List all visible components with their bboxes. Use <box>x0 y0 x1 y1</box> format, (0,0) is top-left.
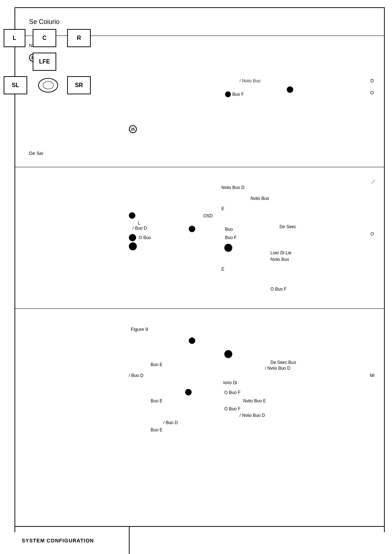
slash-nviio-buo-d-1: / Nviio Buo D <box>265 366 290 371</box>
o-buo-f: O Buo F <box>270 287 287 292</box>
de-seec-buo: De Seec Buo <box>270 360 296 365</box>
loer-di-lie: Loer Di Lie <box>270 250 291 255</box>
l-label: L <box>138 221 140 226</box>
dot-6 <box>224 244 232 252</box>
dot-2 <box>129 212 135 219</box>
slash-nviio-buo-d-2: / Nviio Buo D <box>240 413 265 418</box>
de-sei-label: De Sei <box>29 151 43 156</box>
d-label-top: D <box>371 78 374 83</box>
osd-label: OSD <box>203 213 213 218</box>
slash-buo-d-1: / Buo D <box>132 226 147 231</box>
o-label-top: O <box>370 90 374 95</box>
speaker-C: C <box>33 29 56 47</box>
iorio-di: Iorio Di <box>223 380 237 385</box>
section-divider-2 <box>15 308 385 309</box>
e-label-2: E <box>221 267 224 272</box>
bottom-bar: SYSTEM CONFIGURATION <box>15 527 385 554</box>
speaker-SL: SL <box>4 76 27 94</box>
slash-nviio-buo-label: / Nviio Buo <box>240 78 261 83</box>
nviio-buo-d: Nviio Buo D <box>221 185 244 190</box>
speaker-L: L <box>4 29 25 47</box>
section-divider-1 <box>15 167 385 167</box>
figure-label: Figure 9 <box>131 327 148 332</box>
buo-f-2: Buo F <box>225 235 237 240</box>
slash-buo-d-2: / Buo D <box>129 373 143 378</box>
o-buo-label: O Buo <box>139 235 151 240</box>
buo-f-top: Buo F <box>225 91 244 97</box>
circle-25-2: 25 <box>129 125 137 133</box>
buo-e-2: Buo E <box>151 398 163 403</box>
dot-5 <box>129 242 137 250</box>
o-buo-f-2: O Buo F <box>224 390 241 395</box>
buo-e-1: Buo E <box>151 362 163 367</box>
speaker-sub <box>38 78 58 94</box>
dot-7 <box>189 337 195 344</box>
buo-e-3: Buo E <box>151 427 163 432</box>
speaker-grid: L C R LFE SL SR <box>0 25 116 98</box>
e-label-1: E <box>221 206 224 211</box>
dot-9 <box>185 389 192 395</box>
dot-3 <box>189 226 195 232</box>
de-seec-label: De Seec <box>279 224 296 229</box>
dot-4 <box>129 234 136 241</box>
o-label-2: O <box>371 231 374 237</box>
o-buo-f-3: O Buo F <box>224 406 241 411</box>
mi-label: Mi <box>370 373 375 378</box>
speaker-SR: SR <box>67 76 91 94</box>
slash-buo-d-3: / Buo D <box>163 420 178 425</box>
system-config-label: SYSTEM CONFIGURATION <box>15 538 94 543</box>
speaker-LFE: LFE <box>33 53 56 71</box>
page-title: Se Coiurio <box>29 18 60 26</box>
dot-1 <box>287 86 293 93</box>
buo-right: Buo <box>225 227 233 232</box>
nviio-buo-3: Nviio Buo <box>270 257 289 262</box>
nviio-buo-e: Nviio Buo E <box>243 398 266 403</box>
slash-label-2: ／ <box>371 178 376 185</box>
nviio-buo-2: Nviio Buo <box>250 196 269 201</box>
speaker-R: R <box>67 29 91 47</box>
dot-8 <box>224 350 232 358</box>
